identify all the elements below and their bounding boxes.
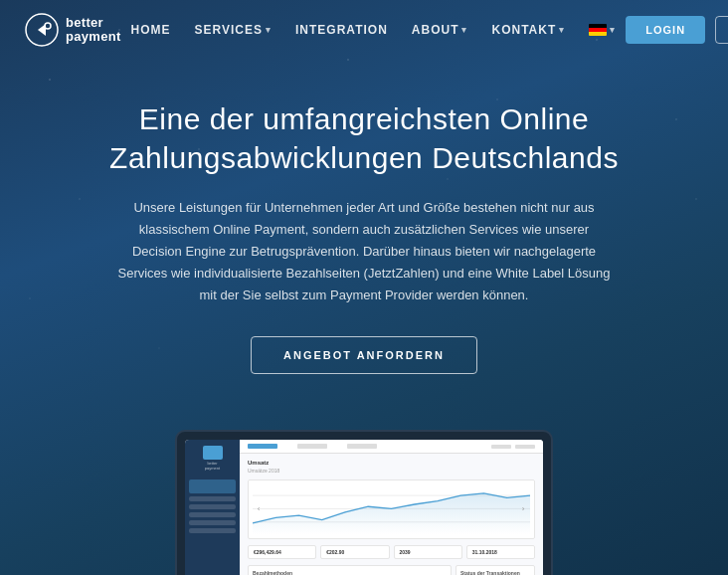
svg-text:‹: ‹: [258, 504, 261, 513]
stat-date: 31.10.2018: [466, 545, 535, 559]
sidebar-menu-2: [189, 496, 236, 501]
header-action-1: [491, 445, 511, 449]
payment-methods-chart: Bezahlmethoden Visa MC: [248, 565, 452, 575]
sidebar-menu-6: [189, 528, 236, 533]
nav-item-kontakt[interactable]: KONTAKT ▾: [481, 17, 575, 43]
transaction-status-chart: Status der Transaktionen: [455, 565, 535, 575]
sidebar-menu-5: [189, 520, 236, 525]
logo-icon: [24, 12, 60, 48]
nav-item-services[interactable]: SERVICES ▾: [185, 17, 281, 43]
dashboard-logo-text: betterpayment: [205, 462, 220, 472]
cta-button[interactable]: ANGEBOT ANFORDERN: [251, 336, 477, 374]
stat-date-value: 31.10.2018: [472, 549, 529, 555]
dashboard-logo-icon: [203, 446, 223, 460]
nav-item-about[interactable]: ABOUT ▾: [402, 17, 478, 43]
dashboard-main: Umsatz Umsätze 2018: [240, 440, 543, 575]
nav-item-integration[interactable]: INTEGRATION: [285, 17, 398, 43]
dashboard-header: [240, 440, 543, 454]
stat-revenue-value: €296,429.64: [254, 549, 310, 555]
laptop-screen: betterpayment: [185, 440, 543, 575]
stat-count-value: 2039: [400, 549, 456, 555]
stat-avg-value: €202.90: [326, 549, 383, 555]
nav-links: HOME SERVICES ▾ INTEGRATION ABOUT ▾ KONT…: [121, 17, 627, 43]
services-dropdown-arrow: ▾: [266, 25, 272, 35]
sidebar-menu-3: [189, 504, 236, 509]
transaction-title: Status der Transaktionen: [460, 570, 530, 575]
logo[interactable]: better payment: [24, 12, 121, 48]
dashboard-tab-2: [297, 444, 327, 449]
logo-line2: payment: [66, 30, 121, 44]
chart-title: Umsatz: [248, 460, 535, 466]
dashboard-content: Umsatz Umsätze 2018: [240, 454, 543, 575]
nav-buttons: LOGIN SUPPORT: [626, 16, 728, 44]
bottom-charts: Bezahlmethoden Visa MC: [248, 565, 535, 575]
payment-methods-title: Bezahlmethoden: [253, 570, 447, 575]
sidebar-menu-4: [189, 512, 236, 517]
sidebar-menu-1: [189, 479, 236, 493]
revenue-chart: ‹ ›: [248, 479, 535, 539]
dashboard-logo: betterpayment: [189, 446, 236, 472]
stat-revenue: €296,429.64: [248, 545, 316, 559]
laptop: betterpayment: [175, 430, 553, 575]
laptop-mockup: betterpayment: [0, 430, 728, 575]
nav-item-home[interactable]: HOME: [121, 17, 181, 43]
hero-section: Eine der umfangreichsten Online Zahlungs…: [0, 60, 728, 430]
nav-item-flag[interactable]: ▾: [579, 18, 626, 42]
header-action-2: [515, 445, 535, 449]
kontakt-dropdown-arrow: ▾: [559, 25, 565, 35]
dashboard-tab-3: [347, 444, 377, 449]
support-button[interactable]: SUPPORT: [715, 16, 728, 44]
chart-subtitle: Umsätze 2018: [248, 468, 535, 474]
hero-description: Unsere Leistungen für Unternehmen jeder …: [115, 197, 613, 306]
flag-dropdown-arrow: ▾: [610, 25, 616, 35]
german-flag-icon: [589, 24, 607, 36]
hero-title: Eine der umfangreichsten Online Zahlungs…: [80, 99, 648, 177]
dashboard-tab-1: [248, 444, 277, 449]
svg-text:›: ›: [522, 504, 525, 513]
stat-count: 2039: [394, 545, 462, 559]
stat-avg: €202.90: [320, 545, 389, 559]
about-dropdown-arrow: ▾: [461, 25, 467, 35]
laptop-body: betterpayment: [175, 430, 553, 575]
logo-line1: better: [66, 16, 121, 30]
login-button[interactable]: LOGIN: [626, 16, 705, 44]
stats-row: €296,429.64 €202.90 2039 31.10.2018: [248, 545, 535, 559]
line-chart-svg: ‹ ›: [253, 484, 530, 534]
dashboard-sidebar: betterpayment: [185, 440, 240, 575]
navbar: better payment HOME SERVICES ▾ INTEGRATI…: [0, 0, 728, 60]
